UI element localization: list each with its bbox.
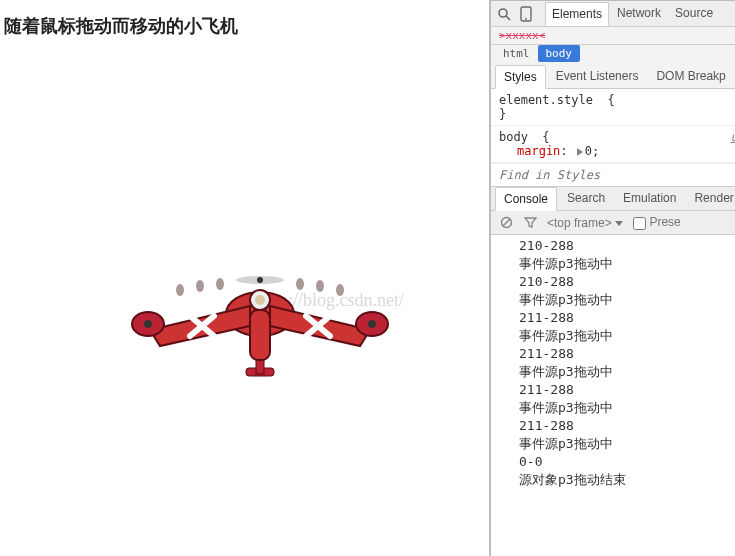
drawer-tab-console[interactable]: Console (495, 187, 557, 211)
drawer-tab-search[interactable]: Search (559, 187, 613, 210)
console-log-line: 211-288 (491, 309, 735, 327)
console-log-line: 事件源p3拖动中 (491, 255, 735, 273)
svg-point-25 (525, 18, 527, 20)
svg-point-15 (196, 280, 204, 292)
styles-pane: element.style { } u body { margin: 0; (491, 89, 735, 187)
tab-network[interactable]: Network (611, 2, 667, 25)
svg-point-22 (499, 9, 507, 17)
main-tabs: Elements Network Source (545, 2, 719, 25)
svg-point-21 (257, 277, 263, 283)
svg-point-13 (368, 320, 376, 328)
val-margin: 0 (585, 144, 592, 158)
clear-console-icon[interactable] (499, 216, 513, 230)
console-log-line: 0-0 (491, 453, 735, 471)
dom-struck-row: >xxxxx< (491, 27, 735, 45)
body-selector: body (499, 130, 528, 144)
svg-point-14 (176, 284, 184, 296)
svg-point-5 (255, 295, 265, 305)
console-log-line: 211-288 (491, 417, 735, 435)
console-log-line: 事件源p3拖动中 (491, 399, 735, 417)
filter-icon[interactable] (523, 216, 537, 230)
struck-element: >xxxxx< (491, 27, 553, 44)
crumb-body[interactable]: body (538, 45, 581, 62)
console-log-line: 事件源p3拖动中 (491, 327, 735, 345)
console-output[interactable]: 210-288事件源p3拖动中210-288事件源p3拖动中211-288事件源… (491, 235, 735, 556)
preserve-log-toggle[interactable]: Prese (633, 215, 681, 229)
element-style-selector: element.style (499, 93, 593, 107)
console-log-line: 210-288 (491, 273, 735, 291)
console-log-line: 源对象p3拖动结束 (491, 471, 735, 489)
drawer-tab-rendering[interactable]: Render (686, 187, 735, 210)
subtab-dom-breakpoints[interactable]: DOM Breakp (648, 65, 733, 88)
svg-point-17 (296, 278, 304, 290)
drawer-tabs: Console Search Emulation Render (491, 187, 735, 211)
console-toolbar: <top frame> Prese (491, 211, 735, 235)
body-style-block[interactable]: u body { margin: 0; (491, 126, 735, 163)
find-in-styles-input[interactable] (491, 163, 735, 187)
svg-point-19 (336, 284, 344, 296)
console-log-line: 事件源p3拖动中 (491, 435, 735, 453)
console-log-line: 211-288 (491, 381, 735, 399)
svg-line-27 (503, 219, 510, 226)
tab-elements[interactable]: Elements (545, 2, 609, 26)
svg-point-16 (216, 278, 224, 290)
style-origin-link[interactable]: u (731, 130, 735, 144)
devtools-toolbar: Elements Network Source (491, 1, 735, 27)
tab-sources[interactable]: Source (669, 2, 719, 25)
svg-point-18 (316, 280, 324, 292)
element-style-block[interactable]: element.style { } (491, 89, 735, 126)
search-icon[interactable] (497, 7, 511, 21)
console-log-line: 事件源p3拖动中 (491, 363, 735, 381)
svg-line-23 (506, 16, 510, 20)
value-expand-icon[interactable] (577, 148, 583, 156)
drawer-tab-emulation[interactable]: Emulation (615, 187, 684, 210)
devtools-panel: Elements Network Source >xxxxx< html bod… (490, 0, 735, 556)
console-log-line: 211-288 (491, 345, 735, 363)
prop-margin: margin (499, 144, 560, 158)
device-icon[interactable] (519, 7, 533, 21)
svg-point-12 (144, 320, 152, 328)
crumb-html[interactable]: html (495, 45, 538, 62)
page-viewport: 随着鼠标拖动而移动的小飞机 http://blog.csdn.net/ (0, 0, 490, 556)
breadcrumb: html body (491, 45, 735, 65)
page-title: 随着鼠标拖动而移动的小飞机 (0, 0, 489, 52)
styles-subtabs: Styles Event Listeners DOM Breakp (491, 65, 735, 89)
console-log-line: 事件源p3拖动中 (491, 291, 735, 309)
subtab-styles[interactable]: Styles (495, 65, 546, 89)
console-log-line: 210-288 (491, 237, 735, 255)
svg-rect-3 (250, 310, 270, 360)
frame-selector[interactable]: <top frame> (547, 216, 623, 230)
subtab-event-listeners[interactable]: Event Listeners (548, 65, 647, 88)
airplane-sprite[interactable] (120, 260, 400, 390)
chevron-down-icon (615, 221, 623, 226)
